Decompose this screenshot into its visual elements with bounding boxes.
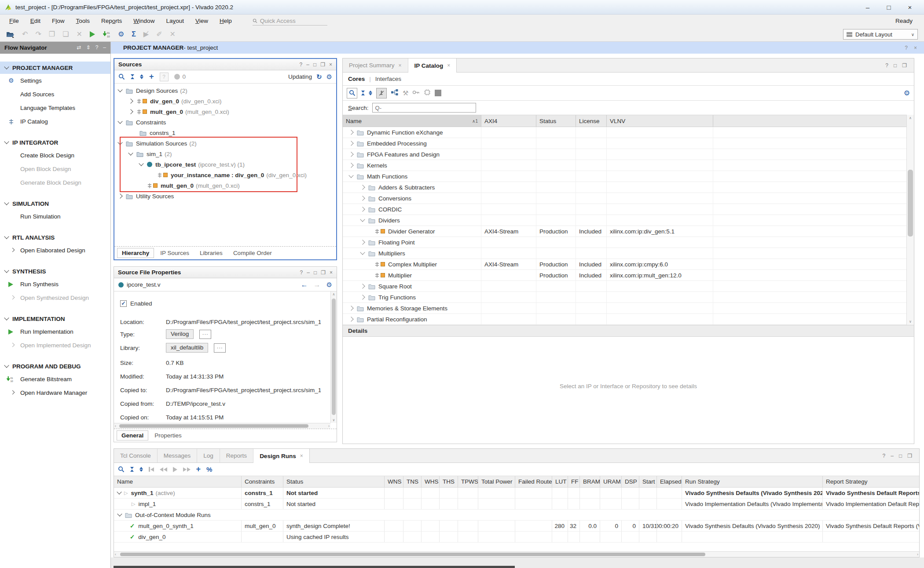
column-header[interactable]: Start bbox=[639, 476, 657, 487]
close-icon[interactable]: × bbox=[447, 62, 450, 69]
chevron-down-icon[interactable] bbox=[117, 511, 122, 516]
chevron-right-icon[interactable] bbox=[348, 141, 353, 146]
nav-item-run-implementation[interactable]: Run Implementation bbox=[0, 325, 110, 339]
table-row[interactable]: Kernels bbox=[343, 160, 914, 171]
nav-item-open-block-design[interactable]: Open Block Design bbox=[0, 162, 110, 176]
quick-access-search[interactable]: Quick Access bbox=[253, 17, 327, 25]
column-header[interactable]: Status bbox=[283, 476, 385, 487]
nav-item-open-hardware-manager[interactable]: Open Hardware Manager bbox=[0, 386, 110, 400]
chip-icon[interactable] bbox=[424, 89, 431, 97]
table-row[interactable]: Multipliers bbox=[343, 248, 914, 259]
column-header[interactable]: DSP bbox=[622, 476, 639, 487]
close-icon[interactable]: × bbox=[300, 453, 303, 459]
nav-item-open-elaborated-design[interactable]: Open Elaborated Design bbox=[0, 244, 110, 257]
report-sigma-icon[interactable]: Σ bbox=[132, 31, 136, 38]
refresh-icon[interactable]: ↻ bbox=[316, 73, 322, 81]
table-row[interactable]: Trig Functions bbox=[343, 292, 914, 303]
scroll-right-icon[interactable]: › bbox=[917, 552, 918, 557]
scrollbar-thumb[interactable] bbox=[119, 424, 308, 428]
float-panel-icon[interactable]: ❐ bbox=[907, 453, 912, 459]
collapse-all-icon[interactable] bbox=[131, 74, 134, 80]
chevron-right-icon[interactable] bbox=[360, 295, 365, 299]
help-icon[interactable]: ? bbox=[300, 62, 303, 68]
run-expander-icon[interactable]: ▷ bbox=[124, 490, 128, 496]
table-row[interactable]: ▷impl_1 constrs_1 Not started Vivado Imp… bbox=[114, 499, 919, 510]
table-row[interactable]: Conversions bbox=[343, 193, 914, 204]
expand-all-icon[interactable] bbox=[369, 91, 372, 96]
chevron-down-icon[interactable] bbox=[128, 150, 133, 155]
scroll-up-icon[interactable]: ∧ bbox=[907, 116, 914, 120]
nav-item-generate-block-design[interactable]: Generate Block Design bbox=[0, 176, 110, 189]
table-row[interactable]: Memories & Storage Elements bbox=[343, 303, 914, 314]
tab-hierarchy[interactable]: Hierarchy bbox=[117, 248, 154, 258]
table-row[interactable]: ✓div_gen_0 Using cached IP results bbox=[114, 532, 919, 543]
library-value-box[interactable]: xil_defaultlib bbox=[166, 343, 208, 353]
column-header[interactable]: Failed Routes bbox=[515, 476, 552, 487]
type-value-box[interactable]: Verilog bbox=[166, 329, 194, 339]
undo-icon[interactable]: ↶ bbox=[22, 31, 28, 38]
table-row[interactable]: Complex MultiplierAXI4-StreamProductionI… bbox=[343, 259, 914, 270]
maximize-panel-icon[interactable]: □ bbox=[313, 62, 316, 68]
nav-item-language-templates[interactable]: Language Templates bbox=[0, 101, 110, 115]
nav-header-implementation[interactable]: IMPLEMENTATION bbox=[0, 313, 110, 325]
copy-icon[interactable]: ❐ bbox=[49, 31, 55, 38]
chevron-down-icon[interactable] bbox=[117, 489, 121, 494]
help-icon[interactable]: ? bbox=[905, 45, 908, 51]
minimize-panel-icon[interactable]: ‒ bbox=[103, 44, 106, 51]
nav-item-run-synthesis[interactable]: Run Synthesis bbox=[0, 277, 110, 291]
collapse-all-icon[interactable] bbox=[130, 467, 134, 472]
expand-collapse-icon[interactable]: ⇕ bbox=[86, 44, 91, 51]
column-header-vlnv[interactable]: VLNV bbox=[607, 115, 713, 127]
scroll-down-icon[interactable]: ∨ bbox=[907, 320, 914, 324]
nav-item-settings[interactable]: ⚙Settings bbox=[0, 74, 110, 87]
menu-layout[interactable]: Layout bbox=[160, 16, 190, 26]
tab-reports[interactable]: Reports bbox=[220, 449, 253, 462]
chevron-right-icon[interactable] bbox=[360, 240, 365, 244]
scrollbar-thumb[interactable] bbox=[332, 299, 336, 415]
tree-row[interactable]: Design Sources(2) bbox=[114, 85, 336, 96]
table-row[interactable]: Square Root bbox=[343, 281, 914, 292]
type-browse-button[interactable]: ··· bbox=[199, 330, 211, 339]
chevron-down-icon[interactable] bbox=[360, 217, 365, 222]
tab-general[interactable]: General bbox=[117, 430, 148, 441]
menu-file[interactable]: File bbox=[4, 16, 25, 26]
scroll-up-icon[interactable]: ∧ bbox=[331, 292, 337, 296]
percent-icon[interactable]: % bbox=[206, 466, 212, 473]
search-icon[interactable] bbox=[118, 73, 125, 80]
table-row[interactable]: MultiplierProductionIncludedxilinx.com:i… bbox=[343, 270, 914, 281]
enabled-checkbox-row[interactable]: ✓ Enabled bbox=[120, 299, 152, 308]
step-back-icon[interactable] bbox=[160, 467, 167, 472]
nav-item-open-synthesized-design[interactable]: Open Synthesized Design bbox=[0, 291, 110, 305]
nav-header-ip-integrator[interactable]: IP INTEGRATOR bbox=[0, 136, 110, 149]
nav-item-ip-catalog[interactable]: IP Catalog bbox=[0, 115, 110, 128]
column-header-axi4[interactable]: AXI4 bbox=[481, 115, 536, 127]
close-icon[interactable]: × bbox=[914, 45, 917, 51]
checkbox-checked-icon[interactable]: ✓ bbox=[120, 300, 127, 307]
nav-header-rtl-analysis[interactable]: RTL ANALYSIS bbox=[0, 231, 110, 244]
table-row[interactable]: FPGA Features and Design bbox=[343, 149, 914, 160]
expand-all-icon[interactable] bbox=[140, 74, 143, 80]
chevron-down-icon[interactable] bbox=[348, 173, 353, 178]
nav-item-run-simulation[interactable]: Run Simulation bbox=[0, 210, 110, 223]
run-step-icon[interactable] bbox=[173, 467, 177, 472]
chevron-right-icon[interactable] bbox=[360, 185, 365, 189]
run-expander-icon[interactable]: ▷ bbox=[132, 501, 135, 507]
open-folder-icon[interactable] bbox=[6, 31, 15, 38]
tab-ip-catalog[interactable]: IP Catalog × bbox=[408, 58, 457, 73]
maximize-window-icon[interactable]: □ bbox=[879, 4, 898, 11]
chevron-right-icon[interactable] bbox=[348, 130, 353, 135]
create-runs-icon[interactable]: + bbox=[196, 465, 201, 474]
table-row[interactable]: Math Functions bbox=[343, 171, 914, 182]
step-forward-icon[interactable] bbox=[183, 467, 191, 472]
column-header[interactable]: URAM bbox=[600, 476, 622, 487]
gear-icon[interactable]: ⚙ bbox=[904, 89, 910, 97]
float-panel-icon[interactable]: ❐ bbox=[321, 269, 326, 276]
go-to-first-icon[interactable] bbox=[149, 467, 154, 472]
minimize-panel-icon[interactable]: ‒ bbox=[891, 453, 894, 459]
chevron-right-icon[interactable] bbox=[360, 284, 365, 288]
run-icon[interactable] bbox=[90, 31, 95, 37]
float-panel-icon[interactable]: ❐ bbox=[320, 62, 325, 68]
table-row[interactable]: ▷synth_1(active) constrs_1 Not started V… bbox=[114, 488, 919, 499]
nav-header-synthesis[interactable]: SYNTHESIS bbox=[0, 265, 110, 277]
tree-row[interactable]: constrs_1 bbox=[114, 127, 336, 138]
